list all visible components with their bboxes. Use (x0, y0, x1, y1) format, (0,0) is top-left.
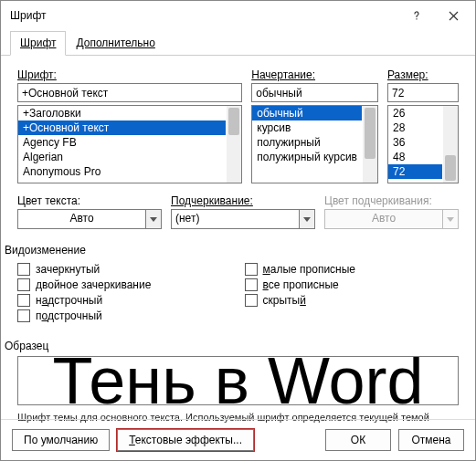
size-scrollbar[interactable] (443, 106, 458, 183)
underline-color-combo: Авто (324, 209, 459, 229)
list-item[interactable]: 48 (388, 150, 442, 164)
dropdown-button (442, 209, 459, 229)
content-area: Шрифт: +Заголовки +Основной текст Agency… (1, 56, 475, 438)
text-effects-button[interactable]: Текстовые эффекты... (117, 429, 254, 451)
checkbox-smallcaps[interactable]: малые прописные (245, 263, 460, 276)
preview-text: Тень в Word (52, 356, 423, 405)
list-item[interactable]: полужирный курсив (252, 150, 362, 164)
label-size: Размер: (387, 68, 459, 81)
chevron-down-icon (303, 217, 311, 222)
tab-font[interactable]: Шрифт (10, 31, 66, 56)
chevron-down-icon (447, 217, 454, 222)
label-style: Начертание: (251, 68, 378, 81)
list-item[interactable]: курсив (252, 120, 362, 135)
dropdown-button[interactable] (145, 209, 162, 229)
font-input[interactable] (17, 83, 242, 102)
label-effects: Видоизменение (5, 244, 459, 257)
title-bar: Шрифт (1, 1, 475, 30)
default-button[interactable]: По умолчанию (12, 429, 110, 451)
checkbox-icon (17, 263, 30, 276)
list-item[interactable]: Anonymous Pro (18, 164, 226, 179)
font-scrollbar[interactable] (227, 106, 241, 183)
list-item[interactable]: обычный (252, 106, 362, 120)
checkbox-icon (245, 278, 258, 291)
dialog-footer: По умолчанию Текстовые эффекты... ОК Отм… (1, 419, 475, 460)
list-item[interactable]: Agency FB (18, 135, 226, 150)
close-button[interactable] (435, 3, 471, 28)
underline-value: (нет) (171, 209, 299, 229)
list-item[interactable]: +Основной текст (18, 120, 226, 135)
checkbox-icon (17, 294, 30, 307)
checkbox-icon (17, 309, 30, 322)
list-item[interactable]: 28 (388, 120, 442, 135)
checkbox-icon (17, 278, 30, 291)
checkbox-allcaps[interactable]: все прописные (245, 278, 460, 291)
list-item[interactable]: 36 (388, 135, 442, 150)
checkbox-icon (245, 294, 258, 307)
chevron-down-icon (150, 217, 157, 222)
list-item[interactable]: Algerian (18, 150, 226, 164)
cancel-button[interactable]: Отмена (398, 429, 464, 451)
label-underline: Подчеркивание: (171, 194, 315, 207)
label-font: Шрифт: (17, 68, 242, 81)
scroll-thumb[interactable] (228, 108, 239, 135)
style-listbox[interactable]: обычный курсив полужирный полужирный кур… (251, 105, 378, 183)
list-item[interactable]: полужирный (252, 135, 362, 150)
font-color-value: Авто (17, 209, 145, 229)
scroll-thumb[interactable] (365, 108, 376, 159)
ok-button[interactable]: ОК (325, 429, 391, 451)
tab-strip: Шрифт Дополнительно (1, 30, 475, 56)
label-font-color: Цвет текста: (17, 194, 162, 207)
help-button[interactable] (398, 3, 435, 28)
preview-box: Тень в Word (17, 356, 459, 405)
underline-color-value: Авто (324, 209, 442, 229)
checkbox-hidden[interactable]: скрытый (245, 294, 460, 307)
list-item[interactable]: 72 (388, 164, 442, 179)
checkbox-superscript[interactable]: надстрочный (17, 294, 232, 307)
checkbox-strikethrough[interactable]: зачеркнутый (17, 263, 232, 276)
checkbox-subscript[interactable]: подстрочный (17, 309, 232, 322)
font-listbox[interactable]: +Заголовки +Основной текст Agency FB Alg… (17, 105, 242, 183)
checkbox-icon (245, 263, 258, 276)
checkbox-double-strike[interactable]: двойное зачеркивание (17, 278, 232, 291)
scroll-thumb[interactable] (445, 155, 456, 181)
size-input[interactable] (387, 83, 459, 102)
style-scrollbar[interactable] (363, 106, 377, 183)
font-color-combo[interactable]: Авто (17, 209, 162, 229)
dropdown-button[interactable] (299, 209, 315, 229)
window-title: Шрифт (10, 9, 398, 22)
style-input[interactable] (251, 83, 378, 102)
list-item[interactable]: +Заголовки (18, 106, 226, 120)
list-item[interactable]: 26 (388, 106, 442, 120)
tab-advanced[interactable]: Дополнительно (66, 31, 164, 56)
underline-combo[interactable]: (нет) (171, 209, 315, 229)
label-sample: Образец (5, 340, 459, 352)
label-underline-color: Цвет подчеркивания: (324, 194, 459, 207)
